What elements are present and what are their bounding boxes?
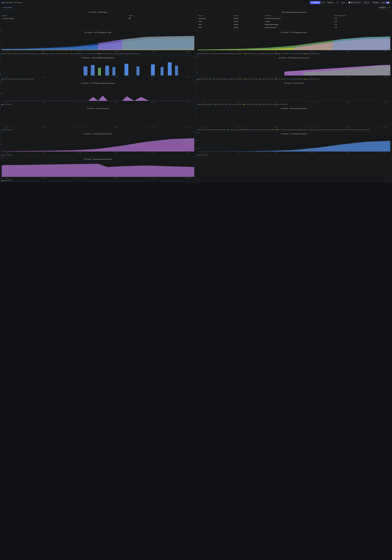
latency-verb-title: API Server – HTTP Requets Latency by ver… — [198, 57, 390, 59]
legend-item: 10.206.0.16:6443 504 — [127, 53, 140, 54]
svg-rect-11 — [91, 65, 95, 76]
legend-label: 10.206.0.16:6443 APPLY — [199, 53, 212, 54]
inflight-panel: API Server – Current Inflight Requests b… — [0, 56, 196, 81]
legend-dot — [245, 79, 246, 80]
legend-dot — [259, 104, 260, 105]
legend-item: 10.206.0.16:6443 DELETE — [213, 53, 229, 54]
col-removed: removed_release ⇅ — [333, 14, 390, 17]
legend-label: 10.206.0.16:6443 0 — [3, 53, 13, 54]
theme-toggle[interactable]: dark — [381, 1, 391, 4]
http-requests-instance-title: API Server – HTTP Requests by instance — [2, 133, 194, 135]
off-control[interactable]: off ▾ — [341, 1, 346, 4]
svg-marker-23 — [2, 96, 194, 101]
legend-item: 10.206.0.16:6443 GET — [230, 78, 243, 80]
add-variable-link[interactable]: ✎ 添加大盘变量 — [1, 7, 12, 9]
errors-verb-title: API Server – Errors by verb — [198, 82, 390, 84]
work-queue-panel: API Server – Work Queue by instance 0 00… — [196, 106, 392, 131]
legend-label: 10.206.0.16:6443 LIST — [246, 53, 258, 54]
memory-title: API Server – Memory Usage by instance — [2, 158, 194, 160]
legend-dot — [229, 104, 230, 105]
xaxis-http-code: 00:1000:1500:2000:2500:3000:35 — [2, 51, 194, 52]
legend-dot — [57, 53, 58, 54]
health-status-table: name ⇅ value ⇅ 10.206.0.16:6443UP — [2, 14, 194, 20]
cluster-select[interactable]: Default ▾ — [326, 1, 335, 4]
http-requests-instance-panel: API Server – HTTP Requests by instance 2… — [0, 131, 196, 157]
svg-rect-19 — [168, 62, 171, 76]
http-requests-verb-title: API Server – HTTP Requests by verb — [198, 32, 390, 33]
add-chart-button[interactable]: ⊕ 添加图表 — [310, 1, 321, 4]
legend-dot — [14, 53, 15, 54]
svg-marker-28 — [198, 141, 390, 151]
legend-http-inst: 10.206.0.16:6443 — [2, 154, 194, 156]
legend-label: 10.206.0.16:6443 GET — [231, 78, 243, 80]
chart-inflight — [2, 60, 194, 76]
legend-label: 10.206.0.16:6443 GET — [231, 53, 243, 54]
http-requests-code-panel: API Server – HTTP Requests by code 20151… — [0, 30, 196, 56]
legend-label: 10.206.0.16:6443 403 — [58, 53, 69, 54]
legend-item: 10.206.0.16:6443 GET — [214, 104, 228, 105]
legend-dot — [85, 53, 86, 54]
svg-marker-1 — [2, 2, 3, 3]
chart-errors-verb — [198, 85, 390, 101]
svg-rect-16 — [137, 66, 140, 76]
legend-label: 10.206.0.16:6443 DynamicCABundle-aggrega… — [277, 129, 309, 130]
errors-instance-panel: API Server – Errors by Instance 0 00:100… — [0, 106, 196, 131]
legend-item: 10.206.0.16:6443 DynamicCABundle-client-… — [310, 129, 339, 130]
table-row: batchv1beta1cronjobs1.25 — [198, 20, 390, 23]
col-name: name ⇅ — [2, 14, 128, 17]
legend-dot — [275, 79, 276, 80]
empty-panel — [196, 157, 392, 182]
legend-dot — [71, 53, 72, 54]
dashboard-link-button[interactable]: 大盘链接 ▾ — [378, 6, 388, 9]
cpu-usage-title: API Server – CPU Usage by instance — [198, 133, 390, 135]
res-button[interactable]: Res. (s) — [363, 1, 370, 4]
close-fullscreen-button[interactable]: 关闭全屏 — [372, 1, 380, 4]
cell-value: UP — [128, 17, 194, 20]
svg-marker-9 — [332, 36, 390, 50]
inflight-title: API Server – Current Inflight Requests b… — [2, 57, 194, 59]
legend-item: 10.206.0.16:6443 409 — [85, 53, 98, 54]
legend-item: 10.206.0.16:6443 404 — [71, 53, 83, 54]
legend-label: 10.206.0.16:6443 PUT — [292, 78, 303, 80]
legend-item: 10.206.0.16:6443 APIServiceRegistrationC… — [198, 129, 226, 130]
health-status-panel: API Server – Health Status name ⇅ value … — [0, 10, 196, 30]
page-title: Kubernetes / API Server — [1, 1, 23, 4]
legend-item: 10.206.0.16:6443 500 — [113, 53, 126, 54]
legend-dot — [254, 129, 255, 130]
legend-item: 10.206.0.16:6443 DynamicCABundle-request… — [340, 129, 369, 130]
time-range-select[interactable]: 🕐 最近 30 分钟 ▾ — [347, 1, 362, 4]
legend-label: 10.206.0.16:6443 LIST — [230, 104, 242, 105]
errors-verb-panel: API Server – Errors by verb 0 00:1000:15… — [196, 81, 392, 106]
deprecated-table: group ⇅ version ⇅ resource ⇅ removed_rel… — [198, 14, 390, 29]
xaxis-errors-inst: 00:1000:1500:2000:2500:3000:35 — [2, 127, 194, 128]
subbar: ✎ 添加大盘变量 大盘链接 ▾ ✎ — [0, 5, 392, 10]
memory-usage-panel: API Server – Memory Usage by instance 1.… — [0, 157, 196, 182]
kubernetes-icon — [1, 1, 4, 4]
legend-label: 10.206.0.16:6443 201 — [30, 53, 41, 54]
deprecated-resources-panel: Deprecated Kubernetes Resources group ⇅ … — [196, 10, 392, 30]
xaxis-work-queue: 00:1000:1500:2000:2500:3000:35 — [198, 127, 390, 128]
legend-dot — [276, 129, 277, 130]
edit-icon[interactable]: ✎ — [389, 7, 391, 9]
table-row: autoscalingv2beta2horizontalpodautoscale… — [198, 17, 390, 20]
legend-dot — [259, 53, 260, 54]
legend-latency-verb: 10.206.0.16:6443 APPLY10.206.0.16:6443 D… — [198, 78, 390, 80]
legend-dot — [29, 53, 30, 54]
legend-dot — [340, 129, 341, 130]
refresh-icon: ↻ — [337, 2, 338, 3]
refresh-button[interactable]: ↻ — [336, 1, 340, 4]
legend-item: 10.206.0.16:6443 POST — [275, 78, 289, 80]
legend-label: 10.206.0.16:6443 DiscoveryController — [255, 129, 275, 130]
legend-errors-inst: 10.206.0.16:6443 — [2, 129, 194, 130]
legend-label: 10.206.0.16:6443 422 — [100, 53, 111, 54]
xaxis-http-verb: 00:1000:1500:2000:2500:3000:35 — [198, 51, 390, 52]
xaxis-latency-inst: 00:1000:1500:2000:2500:3000:35 — [2, 101, 194, 103]
health-status-title: API Server – Health Status — [2, 11, 194, 13]
cpu-usage-panel: API Server – CPU Usage by instance 0.15%… — [196, 131, 392, 157]
legend-memory: 10.206.0.16:6443 — [2, 180, 194, 181]
legend-item: 10.206.0.16:6443 GET — [230, 53, 243, 54]
legend-label: 10.206.0.16:6443 DynamicCABundle-client-… — [311, 129, 339, 130]
svg-rect-13 — [105, 66, 109, 76]
legend-dot — [127, 53, 128, 54]
legend-item: 10.206.0.16:6443 WATCH — [305, 78, 320, 80]
